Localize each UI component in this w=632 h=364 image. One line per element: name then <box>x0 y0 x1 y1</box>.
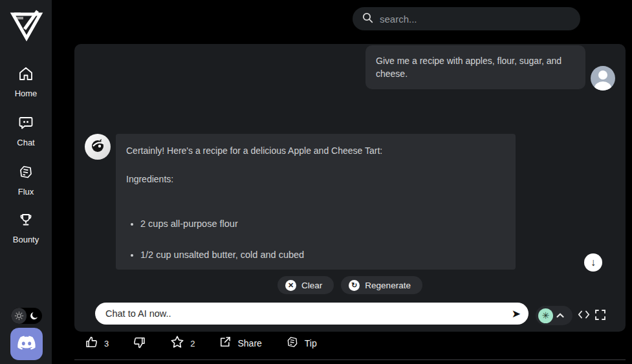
ai-message-intro: Certainly! Here's a recipe for a delicio… <box>126 145 505 157</box>
sidebar-item-label: Bounty <box>13 235 39 244</box>
regenerate-button[interactable]: ↻ Regenerate <box>341 276 422 294</box>
search-input[interactable] <box>380 14 571 25</box>
regenerate-refresh-icon: ↻ <box>349 280 360 291</box>
arrow-down-icon: ↓ <box>591 257 596 268</box>
home-icon <box>18 66 34 84</box>
dark-mode-moon-icon[interactable] <box>27 308 42 324</box>
discord-icon <box>17 335 36 353</box>
regenerate-button-label: Regenerate <box>365 281 411 290</box>
post-action-bar: 3 2 Share <box>85 335 317 352</box>
sidebar-item-label: Chat <box>17 138 34 147</box>
user-avatar <box>591 66 615 91</box>
ai-message-bubble: Certainly! Here's a recipe for a delicio… <box>116 134 516 270</box>
ai-avatar <box>85 134 111 160</box>
clear-button[interactable]: ✕ Clear <box>278 276 334 294</box>
share-icon <box>219 336 232 351</box>
tip-label: Tip <box>305 338 317 348</box>
like-button[interactable]: 3 <box>85 336 109 352</box>
clear-x-icon: ✕ <box>285 280 296 291</box>
star-button[interactable]: 2 <box>170 335 195 352</box>
share-label: Share <box>237 338 261 348</box>
sidebar-item-home[interactable]: Home <box>0 66 52 98</box>
dislike-button[interactable] <box>133 336 146 352</box>
search-icon <box>362 12 374 27</box>
code-icon <box>578 310 590 321</box>
chevron-up-icon <box>556 310 565 321</box>
ingredient-item: 2 cups all-purpose flour <box>140 218 505 230</box>
openai-model-icon: ✳ <box>538 308 553 323</box>
theme-toggle[interactable] <box>11 308 42 324</box>
sidebar-item-label: Flux <box>18 187 34 197</box>
code-view-button[interactable] <box>576 308 591 323</box>
user-message-bubble: Give me a recipe with apples, flour, sug… <box>365 45 585 89</box>
bottom-section-divider <box>74 359 626 360</box>
sidebar-item-label: Home <box>15 89 38 98</box>
brand-logo[interactable] <box>8 6 45 44</box>
star-icon <box>170 335 184 352</box>
like-count: 3 <box>104 339 109 348</box>
thumbs-up-icon <box>85 336 98 352</box>
user-avatar-person-icon <box>598 70 607 80</box>
star-count: 2 <box>190 339 195 348</box>
chat-input[interactable] <box>105 308 512 319</box>
share-button[interactable]: Share <box>219 336 261 351</box>
tip-button[interactable]: Tip <box>286 336 317 351</box>
ingredient-item: 1/2 cup unsalted butter, cold and cubed <box>140 249 505 261</box>
sidebar-item-flux[interactable]: Flux <box>0 164 52 197</box>
chat-input-container: ➤ <box>95 303 528 325</box>
fullscreen-icon <box>594 309 606 323</box>
clear-button-label: Clear <box>301 281 322 290</box>
tip-flux-icon <box>286 336 299 351</box>
light-mode-sun-icon[interactable] <box>11 308 27 324</box>
sidebar-item-bounty[interactable]: Bounty <box>0 212 52 244</box>
sidebar-item-chat[interactable]: Chat <box>0 115 52 147</box>
ai-logo-icon <box>90 138 105 156</box>
bounty-icon <box>18 212 34 230</box>
chat-panel: Give me a recipe with apples, flour, sug… <box>74 44 626 332</box>
brand-logo-icon <box>9 8 44 42</box>
search-bar[interactable] <box>353 7 580 30</box>
send-button[interactable]: ➤ <box>512 307 521 321</box>
scroll-to-bottom-button[interactable]: ↓ <box>584 253 602 272</box>
thumbs-down-icon <box>133 336 146 352</box>
send-arrow-icon: ➤ <box>512 307 521 321</box>
discord-button[interactable] <box>10 328 43 360</box>
sidebar: Home Chat Flux <box>0 0 52 364</box>
flux-icon <box>18 164 34 182</box>
ingredient-list: 2 cups all-purpose flour 1/2 cup unsalte… <box>140 218 505 261</box>
model-selector[interactable]: ✳ <box>536 306 572 325</box>
fullscreen-button[interactable] <box>593 308 608 323</box>
ai-message-section-heading: Ingredients: <box>126 173 505 186</box>
chat-icon <box>18 115 34 133</box>
